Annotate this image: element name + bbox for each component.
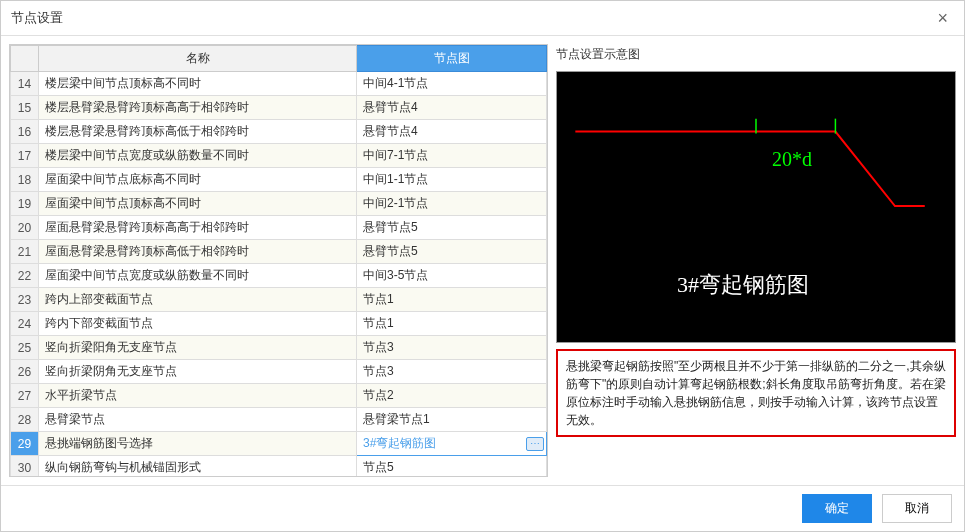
row-index: 25	[11, 336, 39, 360]
close-icon[interactable]: ×	[931, 7, 954, 29]
preview-canvas: 20*d 3#弯起钢筋图	[556, 71, 956, 343]
table-row[interactable]: 30纵向钢筋弯钩与机械锚固形式节点5	[11, 456, 547, 478]
row-index: 19	[11, 192, 39, 216]
table-row[interactable]: 29悬挑端钢筋图号选择3#弯起钢筋图⋯	[11, 432, 547, 456]
row-name: 楼层梁中间节点顶标高不同时	[39, 72, 357, 96]
table-row[interactable]: 18屋面梁中间节点底标高不同时中间1-1节点	[11, 168, 547, 192]
dimension-text: 20*d	[772, 148, 812, 171]
table-row[interactable]: 20屋面悬臂梁悬臂跨顶标高高于相邻跨时悬臂节点5	[11, 216, 547, 240]
row-index: 23	[11, 288, 39, 312]
table-row[interactable]: 28悬臂梁节点悬臂梁节点1	[11, 408, 547, 432]
row-index: 26	[11, 360, 39, 384]
row-name: 水平折梁节点	[39, 384, 357, 408]
row-index: 24	[11, 312, 39, 336]
row-index: 29	[11, 432, 39, 456]
table-row[interactable]: 27水平折梁节点节点2	[11, 384, 547, 408]
preview-label: 节点设置示意图	[556, 44, 956, 65]
dialog-footer: 确定 取消	[1, 485, 964, 531]
row-index: 16	[11, 120, 39, 144]
row-node[interactable]: 悬臂节点5	[357, 240, 547, 264]
titlebar: 节点设置 ×	[1, 1, 964, 36]
ok-button[interactable]: 确定	[802, 494, 872, 523]
row-index: 20	[11, 216, 39, 240]
table-row[interactable]: 21屋面悬臂梁悬臂跨顶标高低于相邻跨时悬臂节点5	[11, 240, 547, 264]
col-header-node[interactable]: 节点图	[357, 46, 547, 72]
node-table: 名称 节点图 14楼层梁中间节点顶标高不同时中间4-1节点15楼层悬臂梁悬臂跨顶…	[10, 45, 547, 477]
row-index: 18	[11, 168, 39, 192]
row-name: 屋面梁中间节点顶标高不同时	[39, 192, 357, 216]
col-header-name: 名称	[39, 46, 357, 72]
row-node[interactable]: 悬臂梁节点1	[357, 408, 547, 432]
row-name: 悬挑端钢筋图号选择	[39, 432, 357, 456]
preview-caption: 3#弯起钢筋图	[677, 270, 809, 300]
row-name: 竖向折梁阳角无支座节点	[39, 336, 357, 360]
row-name: 竖向折梁阴角无支座节点	[39, 360, 357, 384]
row-index: 30	[11, 456, 39, 478]
row-name: 屋面梁中间节点宽度或纵筋数量不同时	[39, 264, 357, 288]
row-name: 跨内下部变截面节点	[39, 312, 357, 336]
row-index: 22	[11, 264, 39, 288]
cancel-button[interactable]: 取消	[882, 494, 952, 523]
table-row[interactable]: 19屋面梁中间节点顶标高不同时中间2-1节点	[11, 192, 547, 216]
row-node[interactable]: 中间3-5节点	[357, 264, 547, 288]
row-index: 27	[11, 384, 39, 408]
row-index: 14	[11, 72, 39, 96]
row-index: 15	[11, 96, 39, 120]
row-name: 纵向钢筋弯钩与机械锚固形式	[39, 456, 357, 478]
col-header-index	[11, 46, 39, 72]
row-node[interactable]: 节点2	[357, 384, 547, 408]
row-node[interactable]: 3#弯起钢筋图⋯	[357, 432, 547, 456]
row-node[interactable]: 节点5	[357, 456, 547, 478]
row-index: 17	[11, 144, 39, 168]
table-row[interactable]: 17楼层梁中间节点宽度或纵筋数量不同时中间7-1节点	[11, 144, 547, 168]
row-name: 楼层梁中间节点宽度或纵筋数量不同时	[39, 144, 357, 168]
row-node[interactable]: 中间4-1节点	[357, 72, 547, 96]
description-box: 悬挑梁弯起钢筋按照"至少两根且并不少于第一排纵筋的二分之一,其余纵筋弯下"的原则…	[556, 349, 956, 437]
row-node[interactable]: 中间2-1节点	[357, 192, 547, 216]
row-name: 跨内上部变截面节点	[39, 288, 357, 312]
row-node[interactable]: 节点3	[357, 336, 547, 360]
table-row[interactable]: 25竖向折梁阳角无支座节点节点3	[11, 336, 547, 360]
dialog-title: 节点设置	[11, 9, 63, 27]
row-node[interactable]: 节点1	[357, 312, 547, 336]
row-name: 屋面悬臂梁悬臂跨顶标高高于相邻跨时	[39, 216, 357, 240]
table-row[interactable]: 16楼层悬臂梁悬臂跨顶标高低于相邻跨时悬臂节点4	[11, 120, 547, 144]
preview-panel: 节点设置示意图 20*d 3#弯起钢筋图 悬挑梁弯起钢筋按照"至少两根且并不少于…	[556, 44, 956, 477]
row-name: 悬臂梁节点	[39, 408, 357, 432]
row-node[interactable]: 悬臂节点4	[357, 96, 547, 120]
table-panel: 名称 节点图 14楼层梁中间节点顶标高不同时中间4-1节点15楼层悬臂梁悬臂跨顶…	[9, 44, 548, 477]
dialog-body: 名称 节点图 14楼层梁中间节点顶标高不同时中间4-1节点15楼层悬臂梁悬臂跨顶…	[1, 36, 964, 485]
row-node[interactable]: 节点3	[357, 360, 547, 384]
table-row[interactable]: 22屋面梁中间节点宽度或纵筋数量不同时中间3-5节点	[11, 264, 547, 288]
row-name: 楼层悬臂梁悬臂跨顶标高高于相邻跨时	[39, 96, 357, 120]
diagram-svg	[557, 72, 955, 342]
ellipsis-icon[interactable]: ⋯	[526, 437, 544, 451]
row-index: 28	[11, 408, 39, 432]
row-node[interactable]: 节点1	[357, 288, 547, 312]
table-row[interactable]: 14楼层梁中间节点顶标高不同时中间4-1节点	[11, 72, 547, 96]
row-name: 屋面悬臂梁悬臂跨顶标高低于相邻跨时	[39, 240, 357, 264]
table-row[interactable]: 23跨内上部变截面节点节点1	[11, 288, 547, 312]
table-row[interactable]: 26竖向折梁阴角无支座节点节点3	[11, 360, 547, 384]
row-name: 屋面梁中间节点底标高不同时	[39, 168, 357, 192]
table-row[interactable]: 15楼层悬臂梁悬臂跨顶标高高于相邻跨时悬臂节点4	[11, 96, 547, 120]
row-node[interactable]: 悬臂节点4	[357, 120, 547, 144]
rebar-line	[575, 132, 924, 206]
row-index: 21	[11, 240, 39, 264]
row-node[interactable]: 中间7-1节点	[357, 144, 547, 168]
table-row[interactable]: 24跨内下部变截面节点节点1	[11, 312, 547, 336]
row-name: 楼层悬臂梁悬臂跨顶标高低于相邻跨时	[39, 120, 357, 144]
node-settings-dialog: 节点设置 × 名称 节点图 14楼层梁中间节点顶标高不同时中间4-1节点15楼层…	[0, 0, 965, 532]
row-node[interactable]: 中间1-1节点	[357, 168, 547, 192]
row-node[interactable]: 悬臂节点5	[357, 216, 547, 240]
